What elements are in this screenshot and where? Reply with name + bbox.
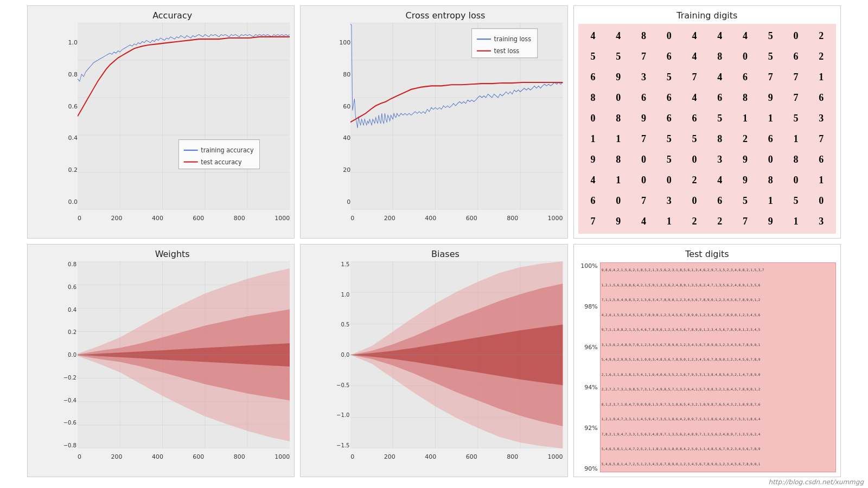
test-digits-row-11: 1,2,1,9,4,7,3,3,1,1,4,5,9,4,7,3,5,1,8,6,…	[601, 417, 835, 422]
test-digits-title: Test digits	[685, 249, 729, 259]
test-digits-row-13: 5,4,6,5,8,1,1,4,7,2,5,2,1,1,8,1,8,1,8,0,…	[601, 447, 835, 452]
test-digits-image: 9,8,6,4,2,1,5,6,2,1,8,5,2,1,3,5,6,2,3,1,…	[600, 262, 836, 472]
digit-row-0: 4480444502	[580, 26, 834, 47]
digit-row-7: 4100249801	[580, 170, 834, 190]
main-grid: Accuracy 1.0 0.8 0.6 0.4 0.2 0.0	[27, 5, 841, 477]
biases-title: Biases	[328, 249, 563, 259]
test-digits-panel: Test digits 100% 98% 96% 94% 92% 90% 9,8…	[573, 244, 841, 477]
biases-x-labels: 0 200 400 600 800 1000	[350, 453, 563, 460]
weights-svg	[78, 261, 290, 448]
cross-entropy-y-labels: 100 80 60 40 20 0	[329, 39, 350, 206]
biases-chart-panel: Biases 1.5 1.0 0.5 0.0 −0.5 −1.0 −1.5	[300, 244, 567, 477]
cross-entropy-x-labels: 0 200 400 600 800 1000	[350, 215, 563, 222]
accuracy-svg: training accuracy test accuracy	[78, 23, 290, 210]
test-digits-row-4: 4,2,0,1,5,9,3,4,5,1,6,7,8,9,0,1,2,3,4,5,…	[601, 313, 835, 318]
digit-row-3: 8066468976	[580, 88, 834, 108]
watermark: http://blog.csdn.net/xummgg	[769, 478, 864, 486]
digit-row-8: 6073065150	[580, 190, 834, 211]
svg-text:test loss: test loss	[494, 47, 520, 55]
svg-text:training loss: training loss	[494, 35, 531, 43]
cross-entropy-chart-panel: Cross entropy loss 100 80 60 40 20 0	[300, 5, 567, 239]
biases-y-labels: 1.5 1.0 0.5 0.0 −0.5 −1.0 −1.5	[329, 261, 349, 448]
digit-row-5: 1175582617	[580, 129, 834, 150]
svg-text:test accuracy: test accuracy	[201, 158, 241, 166]
digit-row-2: 6935746771	[580, 67, 834, 88]
cross-entropy-svg: training loss test loss	[350, 23, 563, 210]
training-digits-grid: 4480444502 5576480562 6935746771 8066468…	[578, 24, 836, 234]
weights-x-labels: 0 200 400 600 800 1000	[78, 453, 290, 460]
cross-entropy-title: Cross entropy loss	[328, 10, 563, 21]
digit-row-4: 0896651153	[580, 108, 834, 129]
accuracy-chart-panel: Accuracy 1.0 0.8 0.6 0.4 0.2 0.0	[27, 5, 295, 239]
accuracy-y-labels: 1.0 0.8 0.6 0.4 0.2 0.0	[56, 39, 78, 206]
test-digits-row-7: 5,4,9,9,2,9,9,5,1,6,1,0,0,3,4,8,5,6,7,8,…	[601, 357, 835, 362]
test-digits-row-9: 2,2,7,2,7,3,1,9,8,5,7,3,1,7,4,9,8,5,7,1,…	[601, 387, 835, 392]
test-digits-y-labels: 100% 98% 96% 94% 92% 90%	[578, 262, 600, 472]
test-digits-row-14: 5,4,6,5,8,1,4,7,2,5,1,2,3,4,5,6,7,8,9,0,…	[601, 462, 835, 467]
svg-rect-0	[78, 23, 290, 210]
test-digits-row-10: 8,1,2,3,7,1,0,4,7,9,0,9,0,1,5,9,7,3,1,8,…	[601, 402, 835, 407]
test-digits-row-8: 2,1,6,3,1,0,1,8,1,5,4,1,1,6,4,0,6,3,5,2,…	[601, 373, 835, 377]
test-digits-row-1: 9,8,6,4,2,1,5,6,2,1,8,5,2,1,3,5,6,2,3,1,…	[601, 268, 835, 273]
test-digits-row-2: 1,2,1,5,6,3,9,8,6,4,2,1,5,9,1,3,5,6,2,4,…	[601, 283, 835, 288]
digit-row-9: 7941227913	[580, 211, 834, 232]
training-digits-panel: Training digits 4480444502 5576480562 69…	[573, 5, 841, 239]
test-digits-row-6: 3,1,5,6,2,4,8,9,7,0,1,2,3,4,5,6,7,8,9,0,…	[601, 343, 835, 348]
accuracy-x-labels: 0 200 400 600 800 1000	[78, 215, 290, 222]
svg-text:training accuracy: training accuracy	[201, 146, 253, 155]
test-digits-row-3: 7,1,1,5,6,4,9,8,3,2,1,5,6,3,4,7,8,9,0,1,…	[601, 298, 835, 303]
digit-row-1: 5576480562	[580, 47, 834, 67]
test-digits-row-5: 9,7,1,1,0,8,2,1,3,5,4,6,7,8,9,0,1,2,3,4,…	[601, 328, 835, 332]
training-digits-title: Training digits	[676, 10, 737, 21]
accuracy-title: Accuracy	[55, 10, 290, 21]
weights-title: Weights	[55, 249, 290, 259]
biases-svg	[350, 261, 563, 448]
weights-y-labels: 0.8 0.6 0.4 0.2 0.0 −0.2 −0.4 −0.6 −0.8	[56, 261, 76, 448]
digit-row-6: 9805039086	[580, 149, 834, 170]
test-digits-row-12: 7,8,2,1,9,4,7,3,3,1,5,6,2,4,8,9,7,1,3,5,…	[601, 432, 835, 437]
weights-chart-panel: Weights 0.8 0.6 0.4 0.2 0.0 −0.2 −0.4 −0…	[27, 244, 295, 477]
test-digits-container: 100% 98% 96% 94% 92% 90% 9,8,6,4,2,1,5,6…	[578, 262, 836, 472]
